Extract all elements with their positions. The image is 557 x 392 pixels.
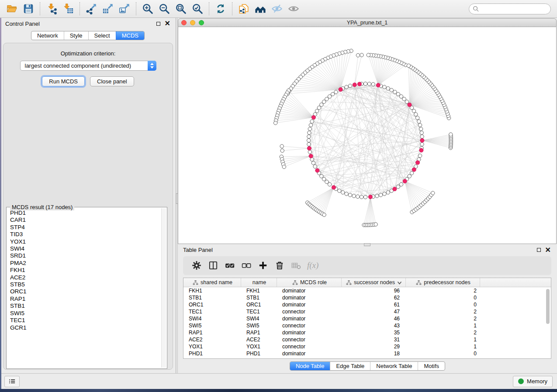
table-scrollbar[interactable] [546,289,550,324]
network-nodes[interactable] [273,49,453,227]
import-network-icon [46,3,57,14]
table-row[interactable]: YOX1YOX1connector291 [183,343,551,350]
show-all-button[interactable] [285,1,302,17]
mcds-result-item[interactable]: PHD1 [10,210,161,217]
network-titlebar[interactable]: YPA_prune.txt_1 [178,18,557,27]
mcds-result-item[interactable]: GCR1 [10,324,161,331]
table-row[interactable]: SWI4SWI4dominator462 [183,315,551,322]
float-panel-icon[interactable] [156,22,160,26]
memory-button[interactable]: Memory [513,376,553,387]
import-table-button[interactable] [60,1,76,17]
delete-row-button[interactable] [274,260,285,271]
mcds-result-item[interactable]: TEC1 [10,317,161,324]
export-network-button[interactable] [83,1,100,17]
duplicate-network-button[interactable] [235,1,252,17]
tab-edge-table[interactable]: Edge Table [330,362,370,370]
mcds-result-item[interactable]: ACE2 [10,274,161,281]
list-scrollbar[interactable] [161,208,166,368]
mcds-result-item[interactable]: RAP1 [10,296,161,303]
mcds-result-item[interactable]: STP4 [10,224,161,231]
mcds-result-item[interactable]: CAR1 [10,217,161,224]
column-header-MCDS-role[interactable]: MCDS role [277,278,342,287]
tab-style[interactable]: Style [64,31,88,40]
cell-name: FKH1 [241,288,277,294]
select-all-button[interactable] [224,260,235,271]
main-toolbar [0,0,557,18]
table-row[interactable]: TEC1TEC1connector472 [183,308,551,315]
deselect-all-button[interactable] [241,260,252,271]
float-table-panel-icon[interactable] [537,248,541,252]
open-session-button[interactable] [3,1,20,17]
export-image-button[interactable] [116,1,133,17]
column-visibility-button[interactable] [208,260,219,271]
mcds-result-item[interactable]: SWI4 [10,245,161,252]
cell-name: ACE2 [241,337,277,343]
search-wrap [469,3,551,14]
close-panel-icon[interactable]: ✕ [165,21,170,26]
mcds-result-item[interactable]: TID3 [10,231,161,238]
panel-menu-button[interactable] [4,376,20,387]
mcds-result-item[interactable]: SRD1 [10,252,161,259]
add-row-icon [258,260,268,271]
function-builder-button[interactable]: f(x) [307,260,318,271]
first-neighbors-icon [255,3,266,14]
table-row[interactable]: FKH1FKH1dominator962 [183,287,551,294]
destroy-table-button[interactable] [291,260,302,271]
table-row[interactable]: ORC1ORC1dominator610 [183,301,551,308]
tree-icon [292,280,298,285]
network-graph[interactable] [178,27,556,244]
apply-layout-button[interactable] [212,1,229,17]
criterion-selected-value: largest connected component (undirected) [25,62,131,69]
criterion-select[interactable]: largest connected component (undirected) [20,61,156,71]
cell-mcds_role: dominator [277,302,342,308]
toolbar-group [235,1,302,17]
table-row[interactable]: STB1STB1dominator620 [183,294,551,301]
save-session-button[interactable] [20,1,37,17]
zoom-selected-icon [192,3,203,14]
table-row[interactable]: RAP1RAP1dominator352 [183,329,551,336]
column-header-name[interactable]: name [241,278,277,287]
table-settings-button[interactable] [191,260,202,271]
table-row[interactable]: SWI5SWI5connector431 [183,322,551,329]
first-neighbors-button[interactable] [252,1,269,17]
tab-node-table[interactable]: Node Table [290,362,330,370]
cell-successor_nodes: 61 [342,302,406,308]
zoom-fit-button[interactable] [173,1,189,17]
mcds-result-item[interactable]: STB5 [10,281,161,288]
table-row[interactable]: PHD1PHD1dominator180 [183,350,551,357]
mcds-result-item[interactable]: PMA2 [10,260,161,267]
add-row-button[interactable] [257,260,269,271]
network-window: YPA_prune.txt_1 [178,18,557,244]
tab-network[interactable]: Network [31,31,64,40]
mcds-result-item[interactable]: FKH1 [10,267,161,274]
mcds-result-item[interactable]: YOX1 [10,238,161,245]
hide-selected-button[interactable] [269,1,285,17]
run-mcds-button[interactable]: Run MCDS [42,76,85,86]
network-title: YPA_prune.txt_1 [178,20,556,26]
zoom-out-button[interactable] [156,1,173,17]
sort-chevron-icon[interactable] [397,280,402,285]
column-header-successor-nodes[interactable]: successor nodes [342,278,406,287]
close-table-panel-icon[interactable]: ✕ [545,248,551,252]
tab-select[interactable]: Select [88,31,116,40]
zoom-in-button[interactable] [139,1,156,17]
column-header-shared-name[interactable]: shared name [183,278,241,287]
export-table-button[interactable] [100,1,116,17]
column-header-predecessor-nodes[interactable]: predecessor nodes [406,278,480,287]
tab-motifs[interactable]: Motifs [418,362,445,370]
mcds-result-item[interactable]: ORC1 [10,288,161,295]
mcds-result-item[interactable]: SWI5 [10,310,161,317]
mcds-result-list[interactable]: PHD1CAR1STP4TID3YOX1SWI4SRD1PMA2FKH1ACE2… [10,210,161,368]
zoom-selected-button[interactable] [189,1,206,17]
horizontal-splitter-grip[interactable] [364,243,370,246]
tab-network-table[interactable]: Network Table [370,362,418,370]
column-label: successor nodes [354,279,395,285]
tab-mcds[interactable]: MCDS [116,31,144,40]
search-input[interactable] [469,3,551,14]
mcds-result-item[interactable]: STB1 [10,303,161,309]
table-row[interactable]: ACE2ACE2connector311 [183,336,551,343]
import-network-button[interactable] [43,1,60,17]
close-panel-button[interactable]: Close panel [90,76,134,86]
network-canvas[interactable] [178,27,557,244]
cell-predecessor_nodes: 2 [406,316,480,322]
